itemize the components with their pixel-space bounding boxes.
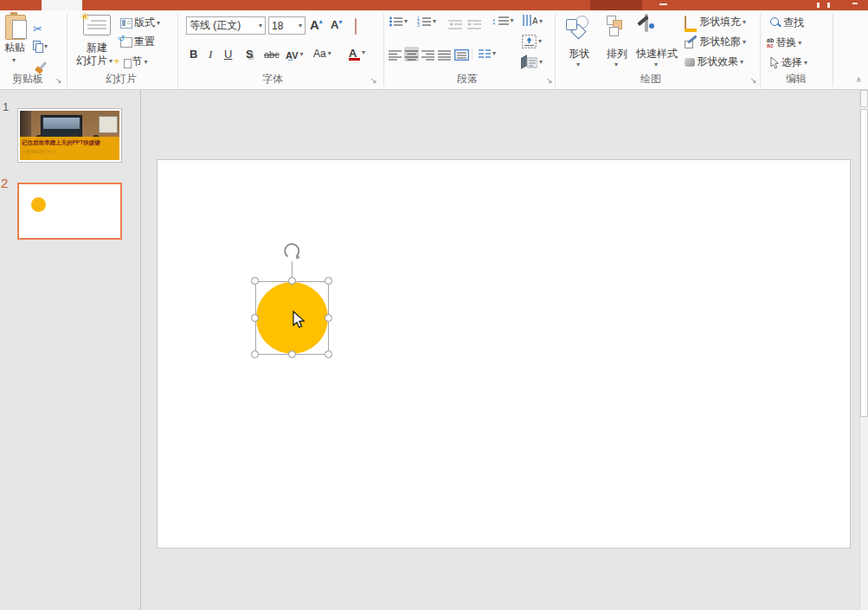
decrease-indent-button[interactable] — [448, 17, 462, 33]
text-shadow-button[interactable]: S — [246, 48, 254, 61]
resize-handle-nw[interactable] — [251, 277, 259, 285]
columns-button[interactable]: ▾ — [479, 48, 496, 59]
slide-1-preview: 记住后效率蹭上天的PPT快捷键 上海翼狐设计中心 — [20, 111, 119, 160]
section-button[interactable]: ✳ 节 ▾ — [113, 55, 148, 69]
align-right-button[interactable] — [421, 47, 435, 61]
bold-button[interactable]: B — [190, 48, 197, 61]
justify-icon — [438, 50, 451, 61]
resize-handle-s[interactable] — [288, 350, 296, 358]
leftright-arrow-icon: ↔ — [286, 55, 294, 63]
resize-handle-se[interactable] — [325, 350, 332, 358]
shape-effects-button[interactable]: 形状效果 ▾ — [685, 55, 743, 69]
font-color-button[interactable]: A ▾ — [349, 45, 365, 61]
slide-1-number: 1 — [3, 100, 9, 113]
shape-fill-icon — [685, 16, 698, 29]
layout-button[interactable]: 版式 ▾ — [120, 16, 160, 30]
group-separator — [177, 14, 178, 87]
cut-button[interactable]: ✂ — [33, 22, 42, 35]
convert-smartart-button[interactable]: ▾ — [519, 55, 543, 69]
panel-divider[interactable] — [140, 90, 141, 610]
resize-handle-ne[interactable] — [325, 277, 332, 285]
find-button[interactable]: 查找 — [770, 16, 804, 30]
resize-handle-e[interactable] — [325, 314, 332, 322]
resize-handle-n[interactable] — [288, 277, 296, 285]
slide-2-thumbnail-selected[interactable] — [17, 183, 122, 240]
shapes-icon — [566, 16, 592, 42]
shape-effects-label: 形状效果 — [697, 55, 738, 69]
dropdown-icon: ▾ — [804, 60, 807, 67]
character-spacing-button[interactable]: AV ↔ ▾ — [286, 47, 303, 62]
tab-highlighted[interactable] — [590, 0, 642, 10]
dropdown-icon: ▾ — [492, 50, 496, 57]
vertical-scrollbar[interactable] — [859, 90, 868, 610]
slide-1-title: 记住后效率蹭上天的PPT快捷键 — [20, 137, 119, 147]
dropdown-icon: ▾ — [539, 18, 543, 25]
tab-home-active[interactable] — [42, 0, 82, 10]
new-slide-label-2: 幻灯片 — [76, 54, 107, 68]
numbering-icon: 123 — [417, 16, 431, 27]
eraser-icon — [355, 18, 357, 35]
bullets-button[interactable]: ▾ — [389, 16, 408, 27]
slide-1-thumbnail[interactable]: 记住后效率蹭上天的PPT快捷键 上海翼狐设计中心 — [17, 108, 122, 163]
font-size-combo[interactable]: 18 ▾ — [268, 16, 305, 35]
slide-1-banner: 记住后效率蹭上天的PPT快捷键 上海翼狐设计中心 — [20, 137, 119, 160]
resize-handle-sw[interactable] — [251, 350, 259, 358]
columns-icon — [479, 48, 491, 59]
svg-text:A: A — [532, 16, 537, 26]
grow-arrow-icon: ▴ — [319, 17, 323, 25]
copy-button[interactable]: ▾ — [33, 41, 48, 52]
clipboard-dialog-launcher[interactable]: ↘ — [55, 77, 62, 85]
scrollbar-top-button[interactable] — [860, 90, 868, 107]
font-name-combo[interactable]: 等线 (正文) ▾ — [186, 16, 266, 35]
shape-effects-icon — [685, 58, 695, 67]
shape-fill-button[interactable]: 形状填充 ▾ — [685, 15, 746, 29]
text-direction-button[interactable]: A ▾ — [522, 15, 543, 28]
distribute-text-icon — [454, 49, 469, 61]
resize-handle-w[interactable] — [251, 314, 259, 322]
reset-button[interactable]: ↺ 重置 — [120, 35, 155, 49]
italic-button[interactable]: I — [209, 48, 212, 61]
shrink-font-button[interactable]: A▾ — [331, 19, 342, 30]
select-label: 选择 — [781, 55, 802, 70]
change-case-button[interactable]: Aa ▾ — [313, 48, 331, 60]
numbering-button[interactable]: 123 ▾ — [417, 16, 436, 27]
dropdown-icon: ▾ — [798, 40, 801, 47]
align-left-button[interactable] — [388, 47, 402, 61]
select-cursor-icon — [770, 57, 780, 69]
align-text-button[interactable]: ▾ — [522, 35, 542, 48]
shape-outline-button[interactable]: 形状轮廓 ▾ — [685, 35, 746, 49]
font-size-value: 18 — [272, 20, 283, 32]
increase-indent-icon — [467, 20, 481, 29]
dropdown-icon: ▾ — [362, 49, 365, 56]
search-icon — [770, 17, 781, 29]
smartart-icon — [519, 55, 537, 69]
underline-button[interactable]: U — [224, 48, 232, 61]
titlebar-mark — [852, 3, 858, 4]
dropdown-icon: ▾ — [299, 22, 302, 29]
font-group-label: 字体 — [221, 72, 325, 87]
increase-indent-button[interactable] — [467, 17, 481, 33]
copy-icon — [33, 41, 42, 52]
drawing-dialog-launcher[interactable]: ↘ — [750, 77, 757, 85]
align-left-icon — [389, 50, 402, 61]
grow-font-button[interactable]: A▴ — [310, 18, 323, 31]
slides-group-label: 幻灯片 — [73, 72, 170, 87]
scissors-icon: ✂ — [33, 22, 42, 35]
line-spacing-button[interactable]: ↕ ▾ — [492, 16, 514, 26]
justify-button[interactable] — [437, 47, 452, 61]
distribute-text-button[interactable] — [453, 47, 470, 61]
align-right-icon — [421, 50, 434, 61]
clipboard-group-label: 剪贴板 — [0, 72, 55, 87]
clear-formatting-button[interactable] — [355, 19, 357, 35]
scrollbar-thumb[interactable] — [860, 109, 868, 417]
replace-button[interactable]: ab ac 替换 ▾ — [767, 35, 801, 50]
font-dialog-launcher[interactable]: ↘ — [370, 77, 377, 85]
align-center-button[interactable] — [404, 47, 419, 61]
collapse-ribbon-icon[interactable]: ∧ — [856, 75, 862, 84]
select-button[interactable]: 选择 ▾ — [770, 55, 807, 70]
strikethrough-button[interactable]: abc — [264, 49, 280, 60]
dropdown-icon: ▾ — [157, 20, 160, 27]
rotation-handle-icon[interactable] — [282, 241, 303, 262]
dropdown-icon: ▾ — [538, 38, 542, 45]
paragraph-dialog-launcher[interactable]: ↘ — [546, 77, 553, 85]
